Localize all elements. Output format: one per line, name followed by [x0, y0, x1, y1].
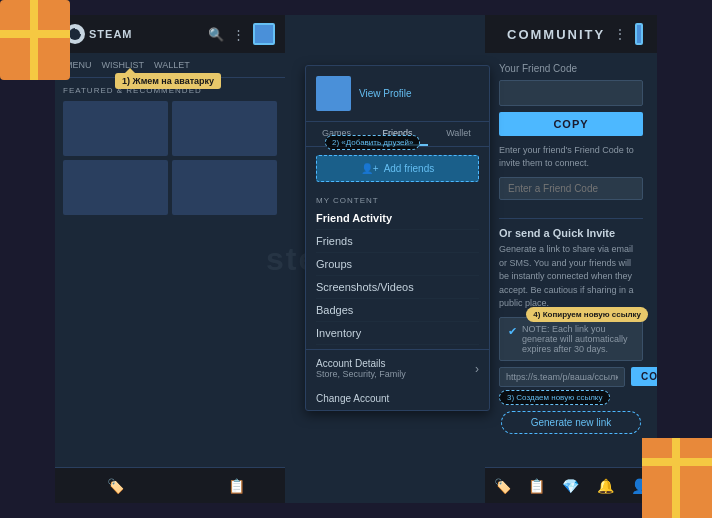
middle-panel: View Profile Games Friends Wallet 👤+ Add… [285, 15, 485, 503]
account-section: Account Details Store, Security, Family … [306, 349, 489, 387]
list-item-screenshots[interactable]: Screenshots/Videos [316, 276, 479, 299]
account-details[interactable]: Account Details Store, Security, Family [316, 358, 406, 379]
nav-wishlist[interactable]: WISHLIST [102, 57, 145, 73]
left-bottom-nav: 🏷️ 📋 💎 🔔 ☰ [55, 467, 285, 503]
add-friends-button[interactable]: 👤+ Add friends [316, 155, 479, 182]
community-title: COMMUNITY [507, 27, 605, 42]
user-avatar[interactable] [253, 23, 275, 45]
account-title: Account Details [316, 358, 406, 369]
right-bottom-nav: 🏷️ 📋 💎 🔔 👤 [485, 467, 657, 503]
invite-link-row: COPY [499, 367, 643, 387]
nav-wallet[interactable]: WALLET [154, 57, 190, 73]
add-friends-label: Add friends [384, 163, 435, 174]
add-friends-icon: 👤+ [361, 163, 379, 174]
list-item-friend-activity[interactable]: Friend Activity [316, 207, 479, 230]
profile-avatar [316, 76, 351, 111]
quick-invite-desc: Generate a link to share via email or SM… [499, 243, 643, 311]
list-item-groups[interactable]: Groups [316, 253, 479, 276]
list-item-inventory[interactable]: Inventory [316, 322, 479, 345]
right-nav-icon-tag[interactable]: 🏷️ [494, 478, 511, 494]
link-row-container: COPY 3) Создаем новую ссылку [499, 367, 643, 387]
check-icon: ✔ [508, 325, 517, 338]
copy-link-button[interactable]: COPY [631, 367, 657, 386]
helper-text-1: Enter your friend's Friend Code to invit… [499, 144, 643, 169]
divider [499, 218, 643, 219]
nav-icon-library[interactable]: 📋 [228, 478, 245, 494]
gift-decoration-tl [0, 0, 70, 80]
chevron-right-icon: › [475, 362, 479, 376]
steam-logo-text: STEAM [89, 28, 133, 40]
copy-friend-code-button[interactable]: COPY [499, 112, 643, 136]
view-profile-button[interactable]: View Profile [359, 88, 412, 99]
community-menu-icon[interactable]: ⋮ [613, 26, 627, 42]
right-nav-icon-bell[interactable]: 🔔 [597, 478, 614, 494]
community-avatar[interactable] [635, 23, 643, 45]
profile-header: View Profile [306, 66, 489, 122]
notice-text: NOTE: Each link you generate will automa… [522, 324, 634, 354]
more-icon[interactable]: ⋮ [232, 27, 245, 42]
my-content-label: MY CONTENT [306, 190, 489, 207]
list-item-friends[interactable]: Friends [316, 230, 479, 253]
featured-item [63, 101, 168, 156]
enter-friend-code-input[interactable] [499, 177, 643, 200]
steam-logo: STEAM [65, 24, 133, 44]
community-header: COMMUNITY ⋮ [485, 15, 657, 53]
featured-item [172, 160, 277, 215]
steam-header-icons: 🔍 ⋮ [208, 23, 275, 45]
nav-icon-tag[interactable]: 🏷️ [107, 478, 124, 494]
featured-item [172, 101, 277, 156]
generate-link-button[interactable]: Generate new link [501, 411, 641, 434]
notice-box: ✔ NOTE: Each link you generate will auto… [499, 317, 643, 361]
right-content: Your Friend Code COPY Enter your friend'… [485, 53, 657, 444]
tooltip-1: 1) Жмем на аватарку [115, 73, 221, 89]
annotation-2: 2) «Добавить друзей» [325, 135, 420, 150]
account-info: Store, Security, Family [316, 369, 406, 379]
profile-dropdown: View Profile Games Friends Wallet 👤+ Add… [305, 65, 490, 411]
list-item-badges[interactable]: Badges [316, 299, 479, 322]
friend-code-section-title: Your Friend Code [499, 63, 643, 74]
annotation-3: 3) Создаем новую ссылку [499, 390, 610, 405]
right-nav-icon-diamond[interactable]: 💎 [562, 478, 579, 494]
featured-item [63, 160, 168, 215]
community-panel: COMMUNITY ⋮ Your Friend Code COPY Enter … [485, 15, 657, 503]
featured-grid [63, 101, 277, 215]
right-nav-icon-library[interactable]: 📋 [528, 478, 545, 494]
main-container: STEAM 🔍 ⋮ MENU WISHLIST WALLET FEATURED … [55, 15, 657, 503]
tab-wallet[interactable]: Wallet [428, 122, 489, 146]
invite-link-field[interactable] [499, 367, 625, 387]
annotation-4: 4) Копируем новую ссылку [526, 307, 648, 322]
search-icon[interactable]: 🔍 [208, 27, 224, 42]
steam-header: STEAM 🔍 ⋮ [55, 15, 285, 53]
generate-link-container: Generate new link [499, 411, 643, 434]
notice-container: ✔ NOTE: Each link you generate will auto… [499, 317, 643, 361]
friend-code-display[interactable] [499, 80, 643, 106]
quick-invite-title: Or send a Quick Invite [499, 227, 643, 239]
content-list: Friend Activity Friends Groups Screensho… [306, 207, 489, 345]
gift-decoration-br [642, 438, 712, 518]
left-content: FEATURED & RECOMMENDED [55, 78, 285, 223]
change-account-button[interactable]: Change Account [306, 387, 489, 410]
